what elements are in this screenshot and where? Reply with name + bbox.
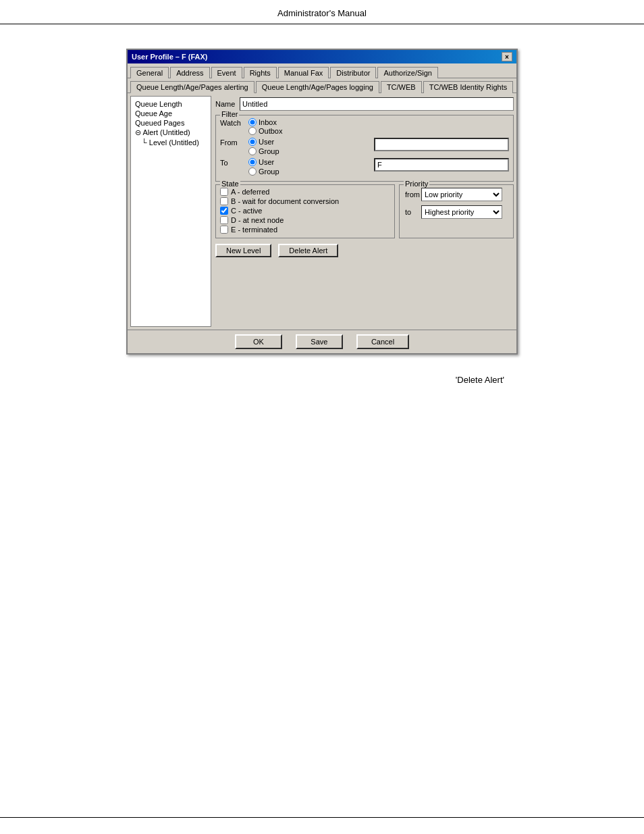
new-level-button[interactable]: New Level [215,244,271,257]
state-e-label: E - terminated [231,226,277,234]
name-label: Name [215,100,236,108]
state-e-item: E - terminated [220,226,390,234]
tab-address[interactable]: Address [170,67,209,78]
state-b-label: B - wait for document conversion [231,197,339,205]
from-group-radio[interactable] [248,147,257,155]
to-input[interactable] [374,158,509,172]
priority-from-row: from Low priority Highest priority Norma… [405,188,508,201]
to-label: To [220,158,244,167]
from-user-radio[interactable] [248,138,257,146]
name-row: Name [215,96,514,112]
left-tree-panel: Queue Length Queue Age Queued Pages ⊝ Al… [130,96,211,327]
state-priority-row: State A - deferred B - wait for document… [215,184,514,238]
save-button[interactable]: Save [296,334,343,349]
from-group: User Group [248,138,370,155]
state-c-item: C - active [220,207,390,215]
priority-box: Priority from Low priority Highest prior… [399,184,514,238]
state-d-checkbox[interactable] [220,216,228,224]
inner-buttons: New Level Delete Alert [215,241,514,260]
to-user-label: User [259,158,274,166]
filter-watch-row: Watch Inbox Outbox [220,118,509,135]
dialog-titlebar: User Profile – F (FAX) × [128,50,516,63]
delete-alert-button[interactable]: Delete Alert [278,244,338,257]
dialog-footer: OK Save Cancel [128,330,516,353]
priority-to-row: to Highest priority Low priority Normal … [405,205,508,219]
from-input[interactable] [374,138,509,151]
filter-box: Filter Watch Inbox Outbox [215,115,514,182]
tab-event[interactable]: Event [211,67,242,78]
to-user-radio[interactable] [248,158,257,166]
tree-item-queued-pages[interactable]: Queued Pages [134,118,208,128]
tree-item-alert[interactable]: ⊝ Alert (Untitled) [134,128,208,138]
priority-to-label: to [405,208,419,216]
ok-button[interactable]: OK [235,334,282,349]
name-input[interactable] [240,97,514,111]
watch-inbox-label: Inbox [259,118,277,126]
state-c-checkbox[interactable] [220,207,228,215]
state-c-label: C - active [231,207,262,215]
to-group-label: Group [259,167,279,176]
state-e-checkbox[interactable] [220,226,228,234]
tab-tcweb[interactable]: TC/WEB [381,81,422,93]
tab-tcweb-identity[interactable]: TC/WEB Identity Rights [423,81,514,93]
dialog-close-button[interactable]: × [502,52,512,61]
from-user-label: User [259,138,274,146]
to-group: User Group [248,158,370,176]
state-a-item: A - deferred [220,188,390,196]
state-b-checkbox[interactable] [220,197,228,205]
to-user-row: User [248,158,370,166]
watch-outbox-radio[interactable] [248,127,257,135]
tab-queue-alerting[interactable]: Queue Length/Age/Pages alerting [130,81,254,93]
from-group-label: Group [259,147,279,155]
dialog-title: User Profile – F (FAX) [132,53,207,61]
tree-item-level[interactable]: └ Level (Untitled) [134,138,208,147]
state-d-item: D - at next node [220,216,390,224]
page-header: Administrator's Manual [0,0,644,24]
caption-text: 'Delete Alert' [126,375,518,385]
watch-inbox-item: Inbox [248,118,282,126]
dialog-body: Queue Length Queue Age Queued Pages ⊝ Al… [128,93,516,330]
tab-rights[interactable]: Rights [244,67,277,78]
watch-outbox-item: Outbox [248,127,282,135]
from-user-row: User [248,138,370,146]
watch-radio-group: Inbox Outbox [248,118,282,135]
to-group-radio[interactable] [248,167,257,176]
state-box: State A - deferred B - wait for document… [215,184,395,238]
tab-authorize-sign[interactable]: Authorize/Sign [377,67,438,78]
watch-outbox-label: Outbox [259,127,282,135]
priority-from-label: from [405,190,419,199]
priority-legend: Priority [404,180,429,188]
page-footer [0,817,644,820]
filter-to-row: To User Group [220,158,509,176]
tab-distributor[interactable]: Distributor [330,67,376,78]
state-a-label: A - deferred [231,188,269,196]
state-d-label: D - at next node [231,216,284,224]
dialog-window: User Profile – F (FAX) × General Address… [126,49,518,355]
from-label: From [220,138,244,147]
watch-label: Watch [220,118,244,127]
caption-label: 'Delete Alert' [456,375,504,385]
to-group-row: Group [248,167,370,176]
state-a-checkbox[interactable] [220,188,228,196]
tree-item-queue-age[interactable]: Queue Age [134,109,208,118]
right-panel: Name Filter Watch Inbox [215,96,514,327]
tab-bar-row2: Queue Length/Age/Pages alerting Queue Le… [128,78,516,93]
priority-from-select[interactable]: Low priority Highest priority Normal pri… [421,188,502,201]
filter-legend: Filter [220,110,239,118]
tree-item-queue-length[interactable]: Queue Length [134,99,208,109]
filter-from-row: From User Group [220,138,509,155]
tab-queue-logging[interactable]: Queue Length/Age/Pages logging [256,81,379,93]
tab-bar-row1: General Address Event Rights Manual Fax … [128,63,516,78]
state-legend: State [220,180,240,188]
priority-to-select[interactable]: Highest priority Low priority Normal pri… [421,205,502,219]
cancel-button[interactable]: Cancel [356,334,409,349]
tab-general[interactable]: General [130,67,169,78]
state-b-item: B - wait for document conversion [220,197,390,205]
watch-inbox-radio[interactable] [248,118,257,126]
page-content: User Profile – F (FAX) × General Address… [0,28,644,385]
from-group-row: Group [248,147,370,155]
tab-manual-fax[interactable]: Manual Fax [278,67,329,78]
